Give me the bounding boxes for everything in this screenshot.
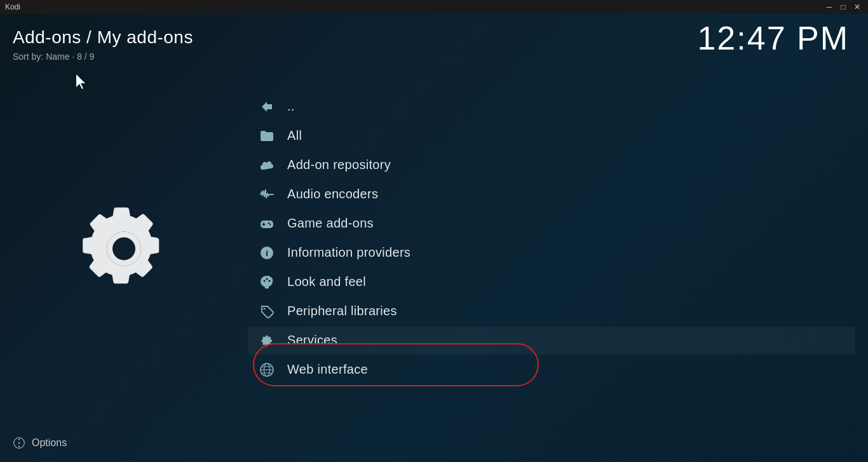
list-item-back[interactable]: .. [248,93,855,121]
list-item-back-label: .. [287,99,295,114]
page-title: Add-ons / My add-ons [13,27,193,48]
list-item-audio-encoders[interactable]: Audio encoders [248,180,855,208]
list-item-game-addons[interactable]: Game add-ons [248,210,855,238]
breadcrumb-area: Add-ons / My add-ons Sort by: Name · 8 /… [13,27,193,62]
list-item-peripheral-libraries-label: Peripheral libraries [287,304,397,318]
right-panel: .. All Add-on reposit [248,14,868,462]
menu-list: .. All Add-on reposit [248,93,855,384]
globe-icon [258,361,276,379]
info-icon: i [258,244,276,262]
cursor-indicator [76,74,89,90]
cloud-icon [258,156,276,174]
folder-icon [258,127,276,145]
svg-point-8 [269,280,271,282]
svg-point-2 [268,222,269,223]
options-label: Options [32,437,67,449]
list-item-services[interactable]: Services [248,327,855,355]
list-item-services-label: Services [287,333,337,348]
sort-info: Sort by: Name · 8 / 9 [13,51,193,62]
svg-text:i: i [266,248,268,258]
list-item-all[interactable]: All [248,122,855,150]
maximize-button[interactable]: □ [837,2,849,12]
list-item-look-and-feel[interactable]: Look and feel [248,268,855,296]
list-item-web-interface-label: Web interface [287,362,368,377]
tag-icon [258,302,276,320]
list-item-peripheral-libraries[interactable]: Peripheral libraries [248,297,855,325]
close-button[interactable]: ✕ [851,2,863,12]
gear-icon [258,332,276,350]
svg-point-7 [266,278,268,280]
list-item-information-providers-label: Information providers [287,245,410,260]
list-item-information-providers[interactable]: i Information providers [248,239,855,267]
large-gear-icon [67,191,181,306]
title-bar: Kodi ─ □ ✕ [0,0,868,14]
gamepad-icon [258,215,276,233]
left-panel: Add-ons / My add-ons Sort by: Name · 8 /… [0,14,248,462]
app-title: Kodi [5,3,20,11]
main-content: Add-ons / My add-ons Sort by: Name · 8 /… [0,14,868,462]
window-controls: ─ □ ✕ [824,2,863,12]
list-item-addon-repository[interactable]: Add-on repository [248,151,855,179]
audio-icon [258,186,276,203]
list-item-all-label: All [287,128,302,143]
svg-point-3 [269,223,271,224]
options-icon [13,437,25,449]
palette-icon [258,273,276,291]
large-gear-area [67,191,181,308]
list-item-look-and-feel-label: Look and feel [287,275,366,289]
list-item-audio-encoders-label: Audio encoders [287,187,378,201]
list-item-web-interface[interactable]: Web interface [248,356,855,384]
options-bar[interactable]: Options [13,437,67,449]
clock: 12:47 PM [697,19,849,57]
svg-point-6 [264,280,266,282]
list-item-game-addons-label: Game add-ons [287,216,374,231]
svg-point-9 [264,308,266,309]
back-icon [258,98,276,116]
list-item-addon-repository-label: Add-on repository [287,158,391,172]
minimize-button[interactable]: ─ [824,2,835,12]
